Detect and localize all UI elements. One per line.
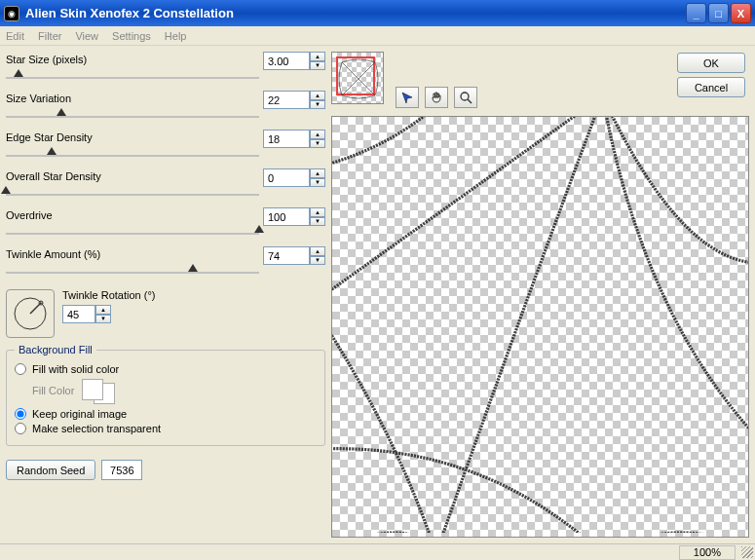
move-tool-icon[interactable]: [396, 87, 419, 108]
param-label: Edge Star Density: [6, 131, 93, 143]
spin-up[interactable]: ▲: [310, 246, 325, 256]
param-star-size: Star Size (pixels) ▲▼: [6, 52, 325, 85]
thumbnail-preview[interactable]: [331, 52, 384, 104]
svg-point-3: [461, 93, 469, 100]
window-title: Alien Skin Xenofex 2 Constellation: [25, 6, 686, 20]
svg-line-4: [468, 99, 472, 103]
twinkle-rotation-input[interactable]: [62, 305, 95, 323]
menu-filter[interactable]: Filter: [38, 30, 61, 42]
param-label: Overall Star Density: [6, 170, 101, 182]
slider-track[interactable]: [6, 155, 259, 157]
spin-down[interactable]: ▼: [310, 139, 325, 149]
spin-down[interactable]: ▼: [95, 315, 111, 324]
main-preview[interactable]: [331, 116, 749, 538]
star-size-input[interactable]: [263, 52, 310, 70]
spin-up[interactable]: ▲: [310, 91, 325, 100]
param-label: Size Variation: [6, 93, 71, 104]
overdrive-input[interactable]: [263, 207, 310, 226]
param-edge-density: Edge Star Density ▲▼: [6, 130, 325, 163]
slider-track[interactable]: [6, 116, 259, 118]
zoom-level: 100%: [679, 545, 736, 560]
spin-up[interactable]: ▲: [310, 168, 325, 178]
param-size-variation: Size Variation ▲▼: [6, 91, 325, 124]
maximize-button[interactable]: □: [708, 3, 729, 23]
param-twinkle-amount: Twinkle Amount (%) ▲▼: [6, 246, 325, 280]
edge-density-input[interactable]: [263, 130, 310, 148]
title-bar: ◉ Alien Skin Xenofex 2 Constellation _ □…: [0, 0, 755, 26]
twinkle-rotation-label: Twinkle Rotation (°): [62, 289, 156, 301]
spin-up[interactable]: ▲: [310, 130, 325, 139]
zoom-tool-icon[interactable]: [454, 87, 477, 108]
cancel-button[interactable]: Cancel: [677, 77, 745, 97]
background-fill-group: Background Fill Fill with solid color Fi…: [6, 350, 325, 446]
hand-tool-icon[interactable]: [425, 87, 448, 108]
fill-color-swatch[interactable]: [82, 379, 121, 402]
slider-track[interactable]: [6, 233, 259, 235]
radio-transparent[interactable]: Make selection transparent: [15, 423, 317, 434]
menu-view[interactable]: View: [75, 30, 98, 42]
twinkle-amount-input[interactable]: [263, 246, 310, 265]
seed-input[interactable]: [101, 460, 142, 480]
radio-fill-solid[interactable]: Fill with solid color: [15, 363, 317, 375]
fill-color-row: Fill Color: [32, 379, 317, 402]
size-variation-input[interactable]: [263, 91, 310, 109]
param-label: Twinkle Amount (%): [6, 248, 100, 260]
param-overall-density: Overall Star Density ▲▼: [6, 168, 325, 202]
slider-track[interactable]: [6, 194, 259, 196]
param-label: Star Size (pixels): [6, 54, 87, 65]
spin-down[interactable]: ▼: [310, 256, 325, 266]
rotation-dial[interactable]: [6, 289, 55, 338]
status-bar: 100%: [0, 543, 755, 560]
param-label: Overdrive: [6, 209, 53, 221]
spin-up[interactable]: ▲: [95, 305, 111, 315]
radio-keep-original[interactable]: Keep original image: [15, 408, 317, 420]
menu-bar: Edit Filter View Settings Help: [0, 26, 755, 46]
slider-track[interactable]: [6, 77, 259, 79]
spin-down[interactable]: ▼: [310, 217, 325, 227]
spin-down[interactable]: ▼: [310, 100, 325, 110]
resize-grip-icon[interactable]: [741, 546, 753, 558]
random-seed-button[interactable]: Random Seed: [6, 460, 95, 480]
controls-panel: Star Size (pixels) ▲▼ Size Variation ▲▼ …: [6, 52, 325, 538]
ok-button[interactable]: OK: [677, 53, 745, 73]
menu-help[interactable]: Help: [165, 30, 187, 42]
param-overdrive: Overdrive ▲▼: [6, 207, 325, 241]
group-legend: Background Fill: [15, 344, 96, 355]
app-icon: ◉: [4, 6, 19, 21]
spin-down[interactable]: ▼: [310, 61, 325, 71]
menu-settings[interactable]: Settings: [112, 30, 151, 42]
fill-color-label: Fill Color: [32, 385, 74, 396]
menu-edit[interactable]: Edit: [6, 30, 24, 42]
minimize-button[interactable]: _: [686, 3, 706, 23]
spin-up[interactable]: ▲: [310, 207, 325, 217]
close-button[interactable]: X: [731, 3, 751, 23]
slider-track[interactable]: [6, 272, 259, 274]
overall-density-input[interactable]: [263, 168, 310, 187]
spin-up[interactable]: ▲: [310, 52, 325, 61]
twinkle-rotation-group: Twinkle Rotation (°) ▲▼: [6, 285, 325, 338]
spin-down[interactable]: ▼: [310, 178, 325, 188]
